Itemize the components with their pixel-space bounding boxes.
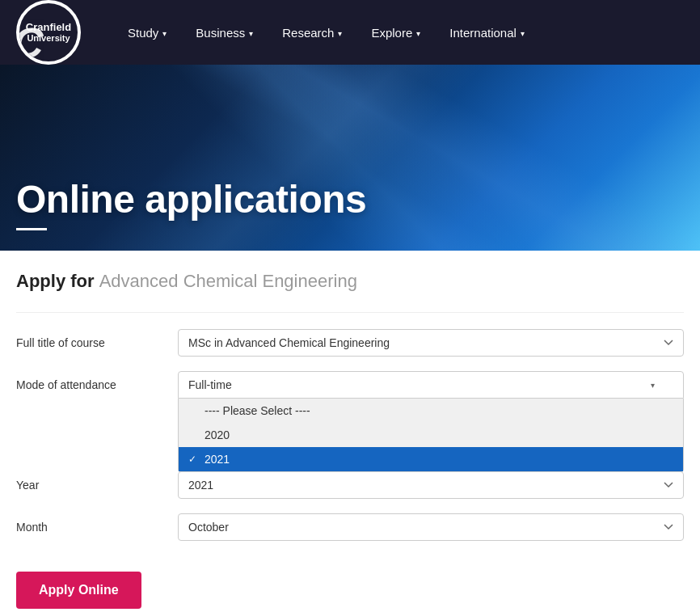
full-title-row: Full title of course MSc in Advanced Che… xyxy=(16,329,684,357)
dropdown-option-please-select[interactable]: ---- Please Select ---- xyxy=(179,399,683,423)
month-select[interactable]: October xyxy=(178,513,684,541)
mode-row: Mode of attendance Full-time ▾ ---- Plea… xyxy=(16,371,684,399)
mode-control: Full-time ▾ ---- Please Select ---- 2020… xyxy=(178,371,684,399)
navbar: Cranfield University Study ▾ Business ▾ … xyxy=(0,0,700,65)
month-row: Month October xyxy=(16,513,684,541)
research-arrow-icon: ▾ xyxy=(338,29,342,38)
year-select[interactable]: 2021 xyxy=(178,471,684,499)
year-control: 2021 xyxy=(178,471,684,499)
logo-circle: Cranfield University xyxy=(16,0,81,65)
nav-item-international[interactable]: International ▾ xyxy=(435,0,539,65)
explore-arrow-icon: ▾ xyxy=(416,29,420,38)
year-dropdown-list: ---- Please Select ---- 2020 ✓ 2021 xyxy=(178,399,684,472)
nav-links: Study ▾ Business ▾ Research ▾ Explore ▾ … xyxy=(113,0,684,65)
mode-arrow-icon: ▾ xyxy=(651,381,655,390)
mode-select[interactable]: Full-time ▾ xyxy=(178,371,684,399)
nav-item-study[interactable]: Study ▾ xyxy=(113,0,181,65)
full-title-control: MSc in Advanced Chemical Engineering xyxy=(178,329,684,357)
nav-item-research[interactable]: Research ▾ xyxy=(268,0,356,65)
hero-banner: Online applications xyxy=(0,65,700,251)
hero-underline xyxy=(16,228,47,230)
business-arrow-icon: ▾ xyxy=(249,29,253,38)
logo-university: University xyxy=(26,33,71,44)
nav-item-explore[interactable]: Explore ▾ xyxy=(356,0,435,65)
dropdown-option-2020[interactable]: 2020 xyxy=(179,423,683,447)
international-arrow-icon: ▾ xyxy=(521,29,525,38)
year-label: Year xyxy=(16,471,178,494)
section-divider xyxy=(16,312,684,313)
apply-for-heading: Apply for Advanced Chemical Engineering xyxy=(16,271,684,292)
page-title: Online applications xyxy=(16,177,684,222)
main-content: Apply for Advanced Chemical Engineering … xyxy=(0,251,700,612)
mode-label: Mode of attendance xyxy=(16,371,178,394)
dropdown-option-2021[interactable]: ✓ 2021 xyxy=(179,447,683,471)
nav-item-business[interactable]: Business ▾ xyxy=(181,0,268,65)
logo-cranfield: Cranfield xyxy=(26,21,71,34)
full-title-select[interactable]: MSc in Advanced Chemical Engineering xyxy=(178,329,684,357)
apply-online-button[interactable]: Apply Online xyxy=(16,572,141,609)
study-arrow-icon: ▾ xyxy=(162,29,167,38)
full-title-label: Full title of course xyxy=(16,329,178,352)
year-row: Year 2021 xyxy=(16,471,684,499)
month-label: Month xyxy=(16,513,178,536)
month-control: October xyxy=(178,513,684,541)
logo[interactable]: Cranfield University xyxy=(16,0,81,65)
